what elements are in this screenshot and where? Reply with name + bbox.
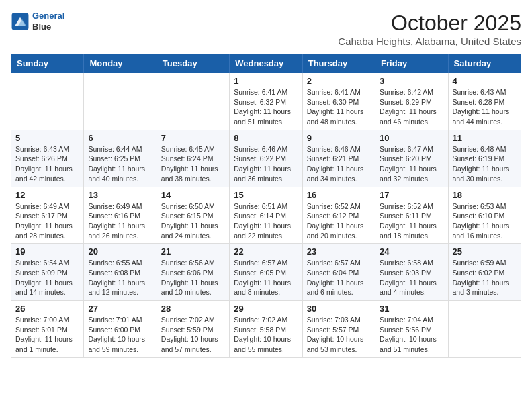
day-info: Sunrise: 6:48 AMSunset: 6:19 PMDaylight:… <box>453 144 517 184</box>
day-info: Sunrise: 6:53 AMSunset: 6:10 PMDaylight:… <box>453 201 517 241</box>
day-info: Sunrise: 6:55 AMSunset: 6:08 PMDaylight:… <box>88 258 152 298</box>
calendar: Sunday Monday Tuesday Wednesday Thursday… <box>11 54 521 358</box>
day-info: Sunrise: 6:44 AMSunset: 6:25 PMDaylight:… <box>88 144 152 184</box>
day-info: Sunrise: 6:50 AMSunset: 6:15 PMDaylight:… <box>161 201 225 241</box>
day-info: Sunrise: 6:41 AMSunset: 6:32 PMDaylight:… <box>234 87 298 127</box>
day-cell-4-5: 31 Sunrise: 7:04 AMSunset: 5:56 PMDaylig… <box>375 301 448 358</box>
day-cell-1-1: 6 Sunrise: 6:44 AMSunset: 6:25 PMDayligh… <box>84 130 157 187</box>
day-info: Sunrise: 6:47 AMSunset: 6:20 PMDaylight:… <box>380 144 443 184</box>
col-sunday: Sunday <box>11 54 84 73</box>
month-title: October 2025 <box>338 11 521 36</box>
week-row-2: 12 Sunrise: 6:49 AMSunset: 6:17 PMDaylig… <box>11 187 521 244</box>
day-cell-2-2: 14 Sunrise: 6:50 AMSunset: 6:15 PMDaylig… <box>157 187 229 244</box>
col-friday: Friday <box>375 54 448 73</box>
day-number: 3 <box>380 76 443 86</box>
col-tuesday: Tuesday <box>157 54 229 73</box>
day-number: 8 <box>234 133 298 143</box>
day-number: 13 <box>88 190 152 200</box>
day-info: Sunrise: 7:01 AMSunset: 6:00 PMDaylight:… <box>88 315 152 355</box>
day-info: Sunrise: 6:46 AMSunset: 6:22 PMDaylight:… <box>234 144 298 184</box>
day-info: Sunrise: 7:02 AMSunset: 5:59 PMDaylight:… <box>161 315 225 355</box>
day-number: 21 <box>161 246 225 257</box>
day-number: 5 <box>15 133 79 143</box>
day-number: 30 <box>307 304 371 314</box>
day-cell-1-0: 5 Sunrise: 6:43 AMSunset: 6:26 PMDayligh… <box>11 130 84 187</box>
day-number: 1 <box>234 76 298 86</box>
logo-general: General <box>32 11 64 21</box>
day-info: Sunrise: 6:46 AMSunset: 6:21 PMDaylight:… <box>307 144 371 184</box>
day-cell-0-2 <box>157 73 229 130</box>
day-cell-2-3: 15 Sunrise: 6:51 AMSunset: 6:14 PMDaylig… <box>230 187 302 244</box>
day-number: 15 <box>234 190 298 200</box>
day-info: Sunrise: 6:41 AMSunset: 6:30 PMDaylight:… <box>307 87 371 127</box>
header: General Blue October 2025 Cahaba Heights… <box>11 11 521 47</box>
day-number: 18 <box>453 190 517 200</box>
day-cell-3-0: 19 Sunrise: 6:54 AMSunset: 6:09 PMDaylig… <box>11 244 84 301</box>
day-cell-4-0: 26 Sunrise: 7:00 AMSunset: 6:01 PMDaylig… <box>11 301 84 358</box>
day-number: 17 <box>380 190 443 200</box>
day-info: Sunrise: 6:49 AMSunset: 6:16 PMDaylight:… <box>88 201 152 241</box>
logo-icon <box>11 12 30 31</box>
day-number: 22 <box>234 246 298 257</box>
day-info: Sunrise: 6:43 AMSunset: 6:26 PMDaylight:… <box>15 144 79 184</box>
day-cell-0-0 <box>11 73 84 130</box>
day-cell-0-5: 3 Sunrise: 6:42 AMSunset: 6:29 PMDayligh… <box>375 73 448 130</box>
day-cell-4-3: 29 Sunrise: 7:02 AMSunset: 5:58 PMDaylig… <box>230 301 302 358</box>
day-number: 19 <box>15 246 79 257</box>
day-number: 23 <box>307 246 371 257</box>
day-cell-3-5: 24 Sunrise: 6:58 AMSunset: 6:03 PMDaylig… <box>375 244 448 301</box>
day-cell-3-6: 25 Sunrise: 6:59 AMSunset: 6:02 PMDaylig… <box>448 244 521 301</box>
day-number: 4 <box>453 76 517 86</box>
day-cell-3-2: 21 Sunrise: 6:56 AMSunset: 6:06 PMDaylig… <box>157 244 229 301</box>
day-info: Sunrise: 6:43 AMSunset: 6:28 PMDaylight:… <box>453 87 517 127</box>
calendar-body: 1 Sunrise: 6:41 AMSunset: 6:32 PMDayligh… <box>11 73 521 358</box>
day-cell-0-6: 4 Sunrise: 6:43 AMSunset: 6:28 PMDayligh… <box>448 73 521 130</box>
day-number: 6 <box>88 133 152 143</box>
week-row-3: 19 Sunrise: 6:54 AMSunset: 6:09 PMDaylig… <box>11 244 521 301</box>
logo-text: General Blue <box>32 11 64 32</box>
col-saturday: Saturday <box>448 54 521 73</box>
day-info: Sunrise: 6:49 AMSunset: 6:17 PMDaylight:… <box>15 201 79 241</box>
day-cell-1-2: 7 Sunrise: 6:45 AMSunset: 6:24 PMDayligh… <box>157 130 229 187</box>
logo: General Blue <box>11 11 64 32</box>
day-cell-0-4: 2 Sunrise: 6:41 AMSunset: 6:30 PMDayligh… <box>302 73 375 130</box>
day-number: 27 <box>88 304 152 314</box>
day-number: 25 <box>453 246 517 257</box>
day-info: Sunrise: 7:03 AMSunset: 5:57 PMDaylight:… <box>307 315 371 355</box>
day-cell-2-4: 16 Sunrise: 6:52 AMSunset: 6:12 PMDaylig… <box>302 187 375 244</box>
calendar-header: Sunday Monday Tuesday Wednesday Thursday… <box>11 54 521 73</box>
day-info: Sunrise: 6:57 AMSunset: 6:04 PMDaylight:… <box>307 258 371 298</box>
day-info: Sunrise: 6:45 AMSunset: 6:24 PMDaylight:… <box>161 144 225 184</box>
day-cell-3-1: 20 Sunrise: 6:55 AMSunset: 6:08 PMDaylig… <box>84 244 157 301</box>
day-number: 20 <box>88 246 152 257</box>
day-cell-1-4: 9 Sunrise: 6:46 AMSunset: 6:21 PMDayligh… <box>302 130 375 187</box>
col-monday: Monday <box>84 54 157 73</box>
day-cell-3-4: 23 Sunrise: 6:57 AMSunset: 6:04 PMDaylig… <box>302 244 375 301</box>
day-cell-3-3: 22 Sunrise: 6:57 AMSunset: 6:05 PMDaylig… <box>230 244 302 301</box>
header-row: Sunday Monday Tuesday Wednesday Thursday… <box>11 54 521 73</box>
day-number: 29 <box>234 304 298 314</box>
day-info: Sunrise: 6:42 AMSunset: 6:29 PMDaylight:… <box>380 87 443 127</box>
day-info: Sunrise: 7:04 AMSunset: 5:56 PMDaylight:… <box>380 315 443 355</box>
col-thursday: Thursday <box>302 54 375 73</box>
day-info: Sunrise: 6:51 AMSunset: 6:14 PMDaylight:… <box>234 201 298 241</box>
day-number: 28 <box>161 304 225 314</box>
day-cell-4-6 <box>448 301 521 358</box>
day-cell-2-6: 18 Sunrise: 6:53 AMSunset: 6:10 PMDaylig… <box>448 187 521 244</box>
day-number: 2 <box>307 76 371 86</box>
col-wednesday: Wednesday <box>230 54 302 73</box>
day-cell-2-5: 17 Sunrise: 6:52 AMSunset: 6:11 PMDaylig… <box>375 187 448 244</box>
day-cell-1-3: 8 Sunrise: 6:46 AMSunset: 6:22 PMDayligh… <box>230 130 302 187</box>
day-info: Sunrise: 6:52 AMSunset: 6:12 PMDaylight:… <box>307 201 371 241</box>
location-title: Cahaba Heights, Alabama, United States <box>338 36 521 47</box>
day-cell-4-1: 27 Sunrise: 7:01 AMSunset: 6:00 PMDaylig… <box>84 301 157 358</box>
day-number: 7 <box>161 133 225 143</box>
day-cell-1-5: 10 Sunrise: 6:47 AMSunset: 6:20 PMDaylig… <box>375 130 448 187</box>
day-info: Sunrise: 7:00 AMSunset: 6:01 PMDaylight:… <box>15 315 79 355</box>
day-cell-0-3: 1 Sunrise: 6:41 AMSunset: 6:32 PMDayligh… <box>230 73 302 130</box>
logo-blue: Blue <box>32 21 64 32</box>
day-number: 24 <box>380 246 443 257</box>
day-number: 9 <box>307 133 371 143</box>
day-number: 10 <box>380 133 443 143</box>
day-info: Sunrise: 7:02 AMSunset: 5:58 PMDaylight:… <box>234 315 298 355</box>
